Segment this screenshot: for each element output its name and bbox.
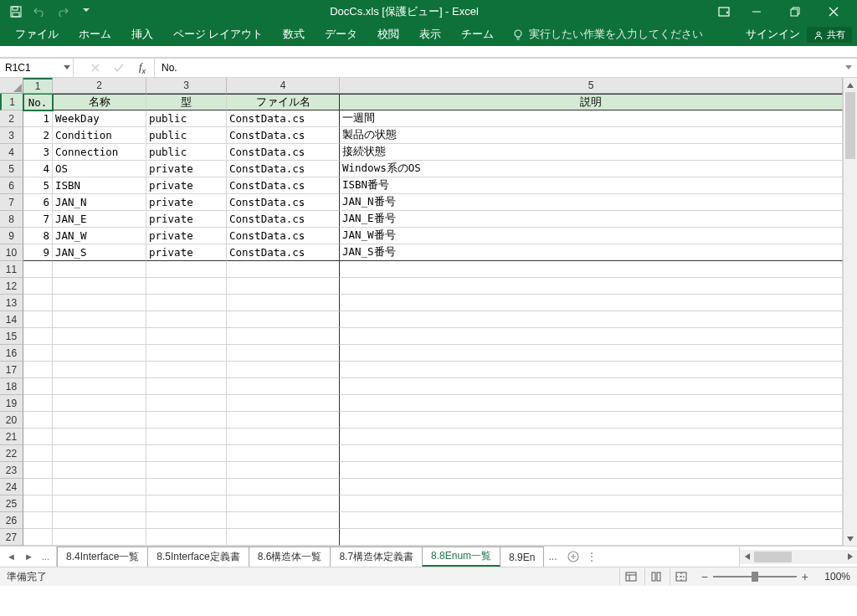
cell[interactable]: ConstData.cs xyxy=(227,161,340,177)
cell[interactable] xyxy=(227,529,340,546)
sheet-nav-prev[interactable]: ◄ xyxy=(3,552,19,562)
row-header[interactable]: 16 xyxy=(0,345,23,362)
cell[interactable] xyxy=(53,512,146,529)
cell[interactable] xyxy=(340,328,843,345)
cell[interactable] xyxy=(53,362,146,378)
cell[interactable] xyxy=(146,412,227,429)
cell[interactable] xyxy=(340,261,843,278)
row-header[interactable]: 3 xyxy=(0,127,23,144)
row-header[interactable]: 18 xyxy=(0,378,23,395)
cell[interactable]: 2 xyxy=(23,127,53,144)
cell[interactable] xyxy=(227,261,340,278)
sheet-nav-next[interactable]: ► xyxy=(21,552,37,562)
vertical-scrollbar[interactable] xyxy=(843,78,857,546)
row-header[interactable]: 14 xyxy=(0,311,23,328)
vscroll-thumb[interactable] xyxy=(845,92,855,159)
cell[interactable]: ConstData.cs xyxy=(227,177,340,194)
horizontal-scrollbar[interactable] xyxy=(740,550,857,564)
cell[interactable] xyxy=(23,362,53,378)
cell[interactable]: 4 xyxy=(23,161,53,177)
tab-options-icon[interactable]: ⋮ xyxy=(585,547,598,567)
cell[interactable] xyxy=(146,462,227,479)
cell[interactable] xyxy=(23,278,53,295)
cell[interactable] xyxy=(340,462,843,479)
row-header[interactable]: 27 xyxy=(0,529,23,546)
cell[interactable]: ConstData.cs xyxy=(227,211,340,228)
cell[interactable] xyxy=(53,345,146,362)
row-header[interactable]: 24 xyxy=(0,479,23,495)
cell[interactable] xyxy=(146,278,227,295)
zoom-out-button[interactable]: − xyxy=(701,570,708,583)
zoom-thumb[interactable] xyxy=(752,572,758,582)
cell[interactable] xyxy=(23,495,53,512)
tab-file[interactable]: ファイル xyxy=(5,23,69,46)
cell[interactable]: 7 xyxy=(23,211,53,228)
cell[interactable] xyxy=(53,529,146,546)
cell[interactable]: No. xyxy=(23,94,53,110)
cell[interactable] xyxy=(53,445,146,462)
cell[interactable] xyxy=(23,412,53,429)
cell[interactable] xyxy=(53,295,146,311)
vscroll-track[interactable] xyxy=(844,92,857,531)
zoom-in-button[interactable]: + xyxy=(802,570,808,583)
sheet-tab[interactable]: 8.9En xyxy=(500,547,544,567)
cell[interactable] xyxy=(23,261,53,278)
tab-insert[interactable]: 挿入 xyxy=(121,23,163,46)
zoom-slider[interactable]: − + xyxy=(701,570,808,583)
cell[interactable] xyxy=(146,378,227,395)
cell[interactable] xyxy=(146,445,227,462)
cell[interactable] xyxy=(53,462,146,479)
tell-me[interactable]: 実行したい作業を入力してください xyxy=(504,28,711,42)
view-page-layout-button[interactable] xyxy=(644,568,668,585)
cell[interactable]: JAN_E番号 xyxy=(340,211,843,228)
cell[interactable] xyxy=(53,328,146,345)
row-header[interactable]: 9 xyxy=(0,228,23,244)
cell[interactable]: JAN_S番号 xyxy=(340,244,843,261)
cell[interactable] xyxy=(340,479,843,495)
sheet-tab[interactable]: 8.7構造体定義書 xyxy=(330,547,423,567)
cell[interactable] xyxy=(23,378,53,395)
sheet-tab[interactable]: 8.6構造体一覧 xyxy=(249,547,331,567)
cell[interactable]: public xyxy=(146,110,227,127)
cell[interactable] xyxy=(53,495,146,512)
cell[interactable] xyxy=(146,512,227,529)
row-header[interactable]: 13 xyxy=(0,295,23,311)
cell[interactable]: JAN_N番号 xyxy=(340,194,843,211)
cell[interactable] xyxy=(23,295,53,311)
row-header[interactable]: 15 xyxy=(0,328,23,345)
cell[interactable]: 製品の状態 xyxy=(340,127,843,144)
cell[interactable] xyxy=(340,529,843,546)
cell[interactable] xyxy=(146,479,227,495)
cell[interactable]: 1 xyxy=(23,110,53,127)
row-header[interactable]: 8 xyxy=(0,211,23,228)
hscroll-track[interactable] xyxy=(754,550,843,564)
cell[interactable] xyxy=(53,479,146,495)
cell[interactable]: 説明 xyxy=(340,94,843,110)
cell[interactable]: ConstData.cs xyxy=(227,127,340,144)
tab-page-layout[interactable]: ページ レイアウト xyxy=(163,23,273,46)
cell[interactable] xyxy=(227,362,340,378)
cell[interactable] xyxy=(146,295,227,311)
cell[interactable]: JAN_N xyxy=(53,194,146,211)
zoom-track[interactable] xyxy=(713,576,797,578)
cell[interactable]: private xyxy=(146,161,227,177)
cell[interactable] xyxy=(146,529,227,546)
cell[interactable]: JAN_S xyxy=(53,244,146,261)
row-header[interactable]: 11 xyxy=(0,261,23,278)
cell[interactable] xyxy=(227,311,340,328)
cell[interactable]: WeekDay xyxy=(53,110,146,127)
cell[interactable] xyxy=(23,462,53,479)
scroll-left-button[interactable] xyxy=(740,553,754,560)
column-header[interactable]: 1 xyxy=(23,78,53,93)
cell[interactable] xyxy=(23,395,53,412)
restore-button[interactable] xyxy=(777,0,813,23)
cell[interactable] xyxy=(340,311,843,328)
cell[interactable] xyxy=(146,345,227,362)
cell[interactable]: ISBN xyxy=(53,177,146,194)
cell[interactable] xyxy=(340,512,843,529)
row-header[interactable]: 5 xyxy=(0,161,23,177)
cell[interactable]: 型 xyxy=(146,94,227,110)
cell[interactable] xyxy=(146,395,227,412)
signin-link[interactable]: サインイン xyxy=(746,28,800,42)
cell[interactable]: ConstData.cs xyxy=(227,244,340,261)
